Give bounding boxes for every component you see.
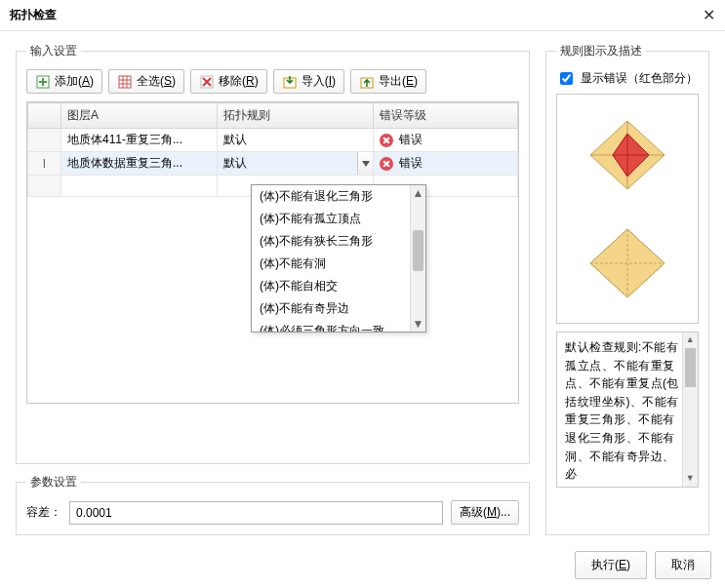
execute-button[interactable]: 执行(E) [575,551,647,579]
advanced-button[interactable]: 高级(M)... [451,500,519,525]
rules-table[interactable]: 图层A 拓扑规则 错误等级 地质体411-重复三角... 默认 错误 I [26,101,519,404]
params-group: 参数设置 容差： 高级(M)... [16,474,530,535]
dialog-title: 拓扑检查 [10,7,57,23]
preview-legend: 规则图示及描述 [556,43,646,59]
scroll-down-icon[interactable]: ▼ [411,316,425,332]
col-level[interactable]: 错误等级 [374,103,518,129]
dropdown-scrollbar[interactable]: ▲ ▼ [410,185,425,332]
error-icon [380,157,393,171]
layer-cell[interactable]: 地质体数据重复三角... [61,152,218,176]
dropdown-item[interactable]: (体)不能有洞 [252,253,425,275]
dropdown-item[interactable]: (体)不能自相交 [252,275,425,297]
level-cell[interactable]: 错误 [374,152,518,176]
export-icon [359,74,375,90]
params-legend: 参数设置 [26,474,81,490]
error-icon [380,134,393,147]
rule-cell[interactable]: 默认 [218,152,374,176]
row-indicator-icon: I [28,152,61,176]
dropdown-item[interactable]: (体)必须三角形方向一致 [252,320,425,332]
plus-icon [35,74,51,90]
scroll-up-icon[interactable]: ▲ [411,185,425,201]
remove-button[interactable]: 移除(R) [190,69,267,94]
scroll-up-icon[interactable]: ▲ [683,333,698,348]
import-button[interactable]: 导入(I) [273,69,344,94]
rule-description: 默认检查规则:不能有孤立点、不能有重复点、不能有重复点(包括纹理坐标)、不能有重… [556,332,699,488]
level-cell[interactable]: 错误 [374,129,518,152]
chevron-down-icon [362,161,370,167]
remove-icon [199,74,215,90]
footer: 执行(E) 取消 [0,541,725,588]
scroll-thumb[interactable] [413,230,423,271]
rule-preview [556,94,699,324]
input-settings-group: 输入设置 添加(A) 全选(S) [16,43,530,464]
import-icon [282,74,298,90]
preview-group: 规则图示及描述 显示错误（红色部分） 默认检查规则:不能有孤立点、不能有重复 [545,43,709,535]
preview-valid-shape [585,224,669,302]
select-all-button[interactable]: 全选(S) [108,69,184,94]
show-errors-checkbox[interactable]: 显示错误（红色部分） [556,69,699,88]
dropdown-item[interactable]: (体)不能有孤立顶点 [252,208,425,230]
scroll-thumb[interactable] [685,348,696,387]
table-row[interactable]: I 地质体数据重复三角... 默认 错误 [28,152,518,176]
rule-dropdown[interactable]: (体)不能有退化三角形 (体)不能有孤立顶点 (体)不能有狭长三角形 (体)不能… [251,184,426,333]
layer-cell[interactable]: 地质体411-重复三角... [61,129,218,152]
titlebar: 拓扑检查 ✕ [0,0,725,31]
preview-error-shape [585,116,669,194]
cancel-button[interactable]: 取消 [655,551,711,579]
rule-dropdown-button[interactable] [357,152,373,175]
grid-icon [117,74,133,90]
tolerance-input[interactable] [69,501,443,525]
svg-rect-1 [119,76,131,88]
input-settings-legend: 输入设置 [26,43,81,59]
col-layer[interactable]: 图层A [61,103,218,129]
toolbar: 添加(A) 全选(S) 移除(R) [26,69,519,94]
tolerance-label: 容差： [26,504,61,521]
rule-cell[interactable]: 默认 [218,129,374,152]
dropdown-item[interactable]: (体)不能有狭长三角形 [252,230,425,253]
scroll-down-icon[interactable]: ▼ [683,471,698,487]
col-rule[interactable]: 拓扑规则 [218,103,374,129]
description-scrollbar[interactable]: ▲ ▼ [682,333,698,487]
dropdown-item[interactable]: (体)不能有退化三角形 [252,185,425,208]
add-button[interactable]: 添加(A) [26,69,102,94]
export-button[interactable]: 导出(E) [350,69,426,94]
show-errors-input[interactable] [560,72,573,85]
close-icon[interactable]: ✕ [703,6,715,24]
table-row[interactable]: 地质体411-重复三角... 默认 错误 [28,129,518,152]
dropdown-item[interactable]: (体)不能有奇异边 [252,297,425,320]
